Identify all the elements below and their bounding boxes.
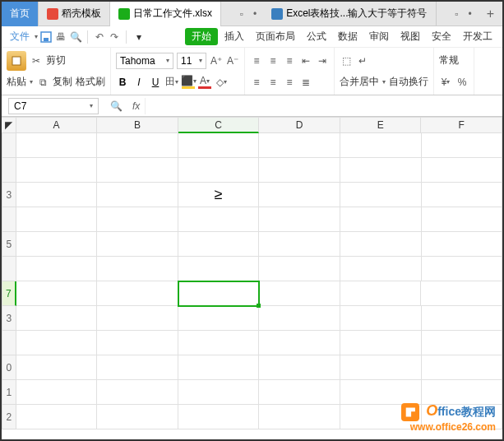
bold-button[interactable]: B (116, 77, 129, 88)
col-header-C[interactable]: C (178, 117, 260, 133)
number-format-select[interactable]: 常规 (439, 53, 459, 67)
col-header-A[interactable]: A (16, 117, 98, 133)
col-header-F[interactable]: F (421, 117, 502, 133)
docer-icon (47, 8, 58, 20)
cell-C3[interactable]: ≥ (178, 183, 260, 207)
spreadsheet-grid[interactable]: ◤ A B C D E F 3≥ 5 7 3 0 1 2 (2, 117, 502, 429)
merge-center-button[interactable]: 合并居中 (340, 75, 379, 89)
menu-view[interactable]: 视图 (395, 30, 425, 44)
increase-font-icon[interactable]: A⁺ (210, 54, 223, 67)
row-header[interactable] (2, 257, 16, 281)
row-header[interactable] (2, 158, 16, 183)
cell-C7-selected[interactable] (178, 281, 260, 306)
row-header[interactable]: 3 (2, 306, 16, 331)
align-bot-icon[interactable]: ≡ (283, 54, 296, 67)
font-size-select[interactable]: 11▾ (177, 53, 206, 69)
font-family-select[interactable]: Tahoma▾ (116, 53, 173, 69)
cut-button[interactable]: 剪切 (46, 53, 66, 67)
indent-right-icon[interactable]: ⇥ (316, 54, 329, 67)
row-header[interactable]: 0 (2, 355, 16, 380)
align-left-icon[interactable]: ≡ (250, 76, 263, 89)
indent-left-icon[interactable]: ⇤ (299, 54, 312, 67)
new-tab-button[interactable]: + (479, 7, 502, 21)
row-header[interactable]: 1 (2, 380, 16, 405)
menu-dropdown-icon[interactable]: ▾ (132, 31, 146, 43)
row-header[interactable]: 2 (2, 405, 16, 429)
scissors-icon[interactable]: ✂ (30, 54, 43, 67)
decrease-font-icon[interactable]: A⁻ (226, 54, 239, 67)
wrap-text-button[interactable]: 自动换行 (389, 75, 428, 89)
underline-button[interactable]: U (149, 77, 162, 88)
merge-icon[interactable]: ⬚ (340, 54, 353, 67)
col-header-E[interactable]: E (340, 117, 422, 133)
save-icon[interactable] (39, 30, 53, 44)
align-top-icon[interactable]: ≡ (250, 54, 263, 67)
row-header[interactable] (2, 207, 16, 232)
fx-icon[interactable]: fx (127, 100, 145, 112)
redo-icon[interactable]: ↷ (108, 30, 121, 44)
menu-pagelayout[interactable]: 页面布局 (251, 30, 300, 44)
col-header-B[interactable]: B (97, 117, 178, 133)
paste-button[interactable]: 粘贴 (7, 75, 26, 89)
menu-file[interactable]: 文件 (7, 30, 33, 44)
tab-current-file[interactable]: 日常工作文件.xlsx (110, 2, 221, 26)
italic-button[interactable]: I (132, 77, 146, 88)
print-icon[interactable]: 🖶 (54, 30, 67, 44)
align-right-icon[interactable]: ≡ (283, 76, 296, 89)
file-dropdown-icon[interactable]: ▾ (35, 33, 38, 40)
word-icon (271, 8, 283, 20)
border-button[interactable]: 田▾ (165, 76, 178, 89)
align-justify-icon[interactable]: ≣ (299, 76, 312, 89)
svg-rect-1 (44, 38, 49, 41)
percent-icon[interactable]: % (455, 76, 469, 89)
paste-icon[interactable] (7, 51, 26, 71)
window-min-icon[interactable]: ▫ (240, 8, 243, 20)
undo-icon[interactable]: ↶ (93, 30, 106, 44)
formatpainter-button[interactable]: 格式刷 (76, 75, 105, 89)
window-close-icon[interactable]: • (253, 8, 257, 20)
ribbon-clipboard-group: ✂ 剪切 粘贴▾ ⧉ 复制 格式刷 (2, 48, 111, 95)
tab-templates[interactable]: 稻壳模板 (39, 2, 110, 26)
menu-dev[interactable]: 开发工 (458, 30, 497, 44)
ribbon-font-group: Tahoma▾ 11▾ A⁺ A⁻ B I U 田▾ ⬛▾ A▾ ◇▾ (111, 48, 245, 95)
formula-input[interactable] (145, 98, 502, 114)
column-headers: ◤ A B C D E F (2, 117, 502, 133)
menu-review[interactable]: 审阅 (364, 30, 394, 44)
tab-win-controls-2: ▫ • (448, 8, 478, 20)
select-all-corner[interactable]: ◤ (2, 117, 16, 133)
ribbon: ✂ 剪切 粘贴▾ ⧉ 复制 格式刷 Tahoma▾ 11▾ A⁺ A⁻ B I … (2, 48, 502, 95)
spreadsheet-icon (118, 8, 130, 20)
col-header-D[interactable]: D (259, 117, 340, 133)
row-header[interactable]: 3 (2, 183, 16, 207)
menu-start[interactable]: 开始 (185, 28, 218, 45)
window-tab-bar: 首页 稻壳模板 日常工作文件.xlsx ▫ • Excel表格技...输入大于等… (2, 2, 502, 26)
row-header[interactable] (2, 133, 16, 158)
window-min-icon[interactable]: ▫ (455, 8, 458, 20)
align-center-icon[interactable]: ≡ (266, 76, 280, 89)
currency-icon[interactable]: ¥▾ (439, 76, 452, 89)
grid-rows: 3≥ 5 7 3 0 1 2 (2, 133, 502, 429)
name-box[interactable]: C7▾ (8, 98, 99, 114)
align-mid-icon[interactable]: ≡ (266, 54, 280, 67)
row-header[interactable]: 5 (2, 232, 16, 257)
clear-format-button[interactable]: ◇▾ (215, 76, 228, 89)
preview-icon[interactable]: 🔍 (69, 30, 82, 44)
zoom-icon[interactable]: 🔍 (105, 100, 127, 112)
fill-color-button[interactable]: ⬛▾ (182, 76, 195, 89)
copy-icon[interactable]: ⧉ (36, 76, 49, 89)
tab-other-file[interactable]: Excel表格技...输入大于等于符号 (263, 2, 436, 26)
menu-security[interactable]: 安全 (427, 30, 456, 44)
row-header-7[interactable]: 7 (2, 281, 16, 306)
formula-bar: C7▾ 🔍 fx (2, 95, 502, 117)
menu-data[interactable]: 数据 (333, 30, 363, 44)
copy-button[interactable]: 复制 (53, 75, 72, 89)
window-close-icon[interactable]: • (468, 8, 471, 20)
wrap-icon[interactable]: ↵ (356, 54, 369, 67)
row-header[interactable] (2, 331, 16, 355)
menu-bar: 文件 ▾ 🖶 🔍 ↶ ↷ ▾ 开始 插入 页面布局 公式 数据 审阅 视图 安全… (2, 26, 502, 48)
ribbon-merge-group: ⬚↵ 合并居中▾ 自动换行 (335, 48, 434, 95)
menu-insert[interactable]: 插入 (220, 30, 249, 44)
menu-formula[interactable]: 公式 (302, 30, 331, 44)
tab-home[interactable]: 首页 (2, 2, 39, 26)
font-color-button[interactable]: A▾ (198, 76, 211, 89)
